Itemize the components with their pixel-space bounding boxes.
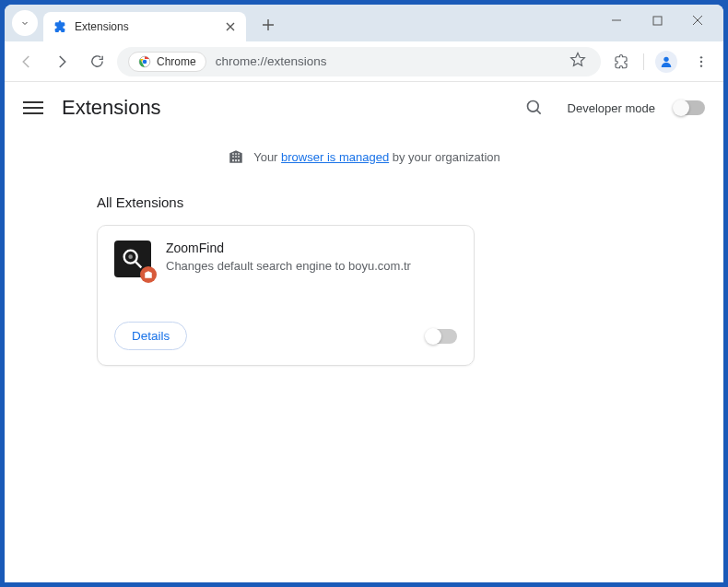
extensions-button[interactable] [606, 47, 636, 76]
back-button[interactable] [12, 47, 41, 76]
maximize-button[interactable] [639, 6, 675, 34]
extension-icon-wrap [114, 241, 151, 277]
managed-text: Your browser is managed by your organiza… [253, 150, 500, 164]
puzzle-icon [53, 19, 67, 34]
profile-icon [659, 54, 674, 69]
svg-point-5 [700, 60, 702, 62]
maximize-icon [652, 16, 663, 26]
svg-point-9 [128, 254, 133, 259]
main-area: All Extensions ZoomFind Changes default … [69, 194, 659, 366]
tab-close-button[interactable] [222, 18, 239, 35]
toggle-knob [673, 100, 689, 116]
star-icon [569, 52, 586, 68]
managed-badge [140, 266, 157, 283]
browser-tab[interactable]: Extensions [43, 12, 246, 41]
chevron-down-icon [19, 18, 30, 29]
tab-strip: Extensions [5, 5, 723, 41]
extension-card: ZoomFind Changes default search engine t… [97, 225, 475, 366]
managed-banner: Your browser is managed by your organiza… [5, 134, 723, 187]
search-button[interactable] [520, 93, 549, 123]
profile-button[interactable] [652, 47, 681, 76]
url-text: chrome://extensions [216, 54, 560, 68]
page-title: Extensions [62, 96, 161, 120]
new-tab-button[interactable] [255, 12, 281, 38]
extension-name: ZoomFind [166, 241, 457, 255]
svg-point-4 [700, 56, 702, 58]
building-icon [228, 148, 244, 165]
arrow-left-icon [18, 53, 35, 70]
svg-point-6 [700, 65, 702, 66]
tab-search-dropdown[interactable] [12, 10, 38, 36]
minimize-icon [611, 15, 622, 26]
section-title: All Extensions [97, 194, 640, 210]
toggle-knob [425, 328, 441, 345]
building-small-icon [144, 270, 153, 279]
tab-title: Extensions [75, 20, 215, 33]
extension-description: Changes default search engine to boyu.co… [166, 259, 457, 273]
dev-mode-toggle[interactable] [674, 100, 705, 115]
managed-link[interactable]: browser is managed [281, 150, 389, 164]
svg-rect-0 [653, 17, 662, 25]
details-button[interactable]: Details [114, 322, 187, 350]
puzzle-outline-icon [613, 53, 629, 70]
svg-point-2 [143, 59, 147, 64]
chrome-logo-icon [138, 55, 151, 68]
dev-mode-label: Developer mode [568, 101, 655, 115]
arrow-right-icon [53, 53, 70, 70]
dots-vertical-icon [694, 54, 709, 69]
minimize-button[interactable] [598, 6, 635, 34]
extension-toggle[interactable] [426, 329, 457, 344]
menu-button[interactable] [687, 47, 716, 76]
plus-icon [262, 18, 275, 31]
reload-button[interactable] [82, 47, 112, 76]
search-icon [525, 99, 544, 117]
svg-point-3 [663, 56, 668, 61]
bookmark-button[interactable] [569, 52, 586, 72]
close-window-button[interactable] [679, 6, 716, 34]
url-box[interactable]: Chrome chrome://extensions [117, 47, 601, 76]
address-bar: Chrome chrome://extensions [5, 41, 723, 82]
forward-button[interactable] [47, 47, 76, 76]
svg-point-7 [527, 101, 538, 112]
close-icon [692, 15, 703, 26]
page-content: Extensions Developer mode Your browser i… [5, 82, 723, 582]
window-controls [598, 6, 716, 34]
site-chip-label: Chrome [157, 55, 196, 68]
site-chip[interactable]: Chrome [128, 52, 206, 72]
page-header: Extensions Developer mode [5, 82, 723, 134]
close-icon [226, 22, 235, 31]
menu-toggle[interactable] [23, 101, 43, 114]
separator [643, 53, 644, 70]
reload-icon [89, 53, 105, 69]
